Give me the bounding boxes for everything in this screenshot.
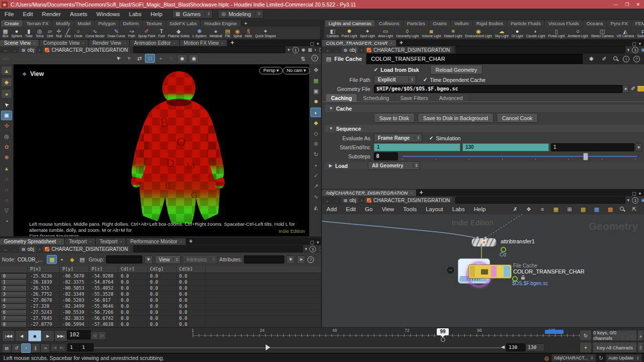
range-end-field[interactable]: 130	[525, 343, 544, 351]
move-tool-icon[interactable]: ⇄	[135, 54, 144, 62]
attributes-filter-icon[interactable]: ▼	[286, 255, 295, 264]
shelf-tool-sphere[interactable]: ●Sphere	[10, 28, 23, 38]
node-name-field[interactable]: COLOR_TRANSFER_CHAR	[367, 54, 583, 64]
table-row[interactable]: 5-27.328-82.3499-55.96460.00.00.0	[0, 303, 322, 309]
path-root-chip[interactable]: ▦ obj	[341, 47, 359, 53]
step-forward-button[interactable]: ▷	[98, 331, 106, 340]
path-field[interactable]	[133, 46, 285, 53]
point-attribs-icon[interactable]: ▩	[47, 255, 56, 263]
row-number[interactable]: 8	[1, 322, 27, 327]
shelf-tool-helix[interactable]: §Helix	[244, 28, 254, 38]
shelf-tab-texture[interactable]: Texture	[143, 20, 166, 27]
shelf-divider[interactable]	[320, 19, 324, 39]
pane-menu-icon[interactable]: ▾	[316, 41, 319, 46]
toggle-small-icon[interactable]: ▪	[311, 161, 321, 169]
shade-prims-icon[interactable]: ◆	[1, 77, 12, 87]
prim-attribs-icon[interactable]: ◆	[67, 255, 76, 263]
row-number[interactable]: 0	[1, 274, 27, 280]
range-inc-input[interactable]: 1	[551, 143, 634, 151]
close-button[interactable]: ✕	[636, 2, 640, 7]
shelf-tab-vellum[interactable]: Vellum	[451, 20, 472, 27]
color-palette-icon[interactable]: ▩	[579, 205, 588, 213]
undo-scrub-icon[interactable]: ↺	[12, 343, 21, 353]
shelf-tool-draw-curve[interactable]: ✎Draw Curve	[106, 28, 127, 38]
shape-palette-icon[interactable]: ▩	[592, 205, 601, 213]
anim-options-icon[interactable]: ▤	[2, 343, 12, 353]
file-path-dropdown[interactable]: Explicit⇕	[374, 75, 416, 84]
shelf-tab-model[interactable]: Model	[74, 20, 94, 27]
shelf-tool-line[interactable]: ╱Line	[63, 28, 72, 38]
path-dropdown-icon[interactable]: ▾	[627, 198, 630, 203]
range-end-grip[interactable]: ◀	[501, 344, 505, 349]
range-slider-grip[interactable]	[266, 344, 270, 350]
column-header-p-z[interactable]: P[z]	[89, 266, 118, 273]
shelf-tab-deform[interactable]: Deform	[120, 20, 142, 27]
network-boxes-icon[interactable]: ▩	[606, 205, 615, 213]
shelf-tool-point-light[interactable]: ✹Point Light	[340, 28, 359, 38]
select-objects-mode-icon[interactable]: ▲	[2, 164, 12, 172]
viewport-view-menu[interactable]: ❖ View	[22, 70, 44, 77]
motion-blur-icon[interactable]: ∿	[311, 193, 321, 201]
sequence-section-header[interactable]: ▼Sequence	[325, 125, 644, 132]
floating-panel-icon[interactable]: ▫	[156, 54, 165, 62]
nav-forward-icon[interactable]: →	[334, 198, 339, 203]
path-field[interactable]	[133, 245, 303, 252]
pane-tab-render-view[interactable]: Render View•	[89, 40, 130, 46]
file-cache-node[interactable]	[469, 265, 511, 278]
shelf-tool-spiral[interactable]: ◉Spiral	[232, 28, 244, 38]
table-row[interactable]: 0-25.9236-80.5078-54.92880.00.00.0	[0, 273, 322, 279]
sheet-help-icon[interactable]: ?	[307, 256, 314, 263]
stop-button[interactable]: ■	[28, 330, 41, 341]
table-row[interactable]: 7-27.7845-82.3835-56.67420.00.00.0	[0, 315, 322, 321]
net-menu-layout[interactable]: Layout	[421, 206, 448, 212]
menu-edit[interactable]: Edit	[19, 11, 38, 17]
row-number[interactable]: 3	[1, 292, 27, 298]
path-root-chip[interactable]: ▦ obj	[19, 246, 37, 252]
minimize-button[interactable]: —	[613, 2, 618, 7]
pane-split-icon[interactable]: ▢	[632, 41, 636, 46]
validate-geo-icon[interactable]: ✓	[311, 171, 321, 180]
shelf-tab-polygon[interactable]: Polygon	[95, 20, 119, 27]
follow-icon[interactable]: ◉	[641, 198, 644, 203]
nav-back-icon[interactable]: ←	[4, 246, 9, 252]
dopesheet-icon[interactable]: ⊸	[40, 343, 50, 353]
select-detail-icon[interactable]: ❋	[2, 153, 12, 162]
find-node-icon[interactable]	[619, 206, 625, 212]
step-back-button[interactable]: ◁	[91, 331, 99, 340]
intrinsics-dropdown[interactable]: Intrinsics⇕	[183, 255, 217, 264]
pane-menu-icon[interactable]: ▾	[638, 191, 641, 196]
add-pane-tab[interactable]: +	[396, 39, 406, 46]
context-modeling-dropdown[interactable]: ◎ Modeling ⇕	[218, 10, 263, 19]
net-menu-help[interactable]: Help	[469, 206, 491, 212]
pane-split-icon[interactable]: ▢	[632, 191, 636, 196]
substeps-slider-track[interactable]	[403, 156, 637, 157]
pin-icon[interactable]: ➤	[297, 255, 305, 264]
row-number[interactable]: 7	[1, 316, 27, 322]
shelf-tool-distant-light[interactable]: ✳Distant Light	[442, 28, 463, 38]
network-pane-tab[interactable]: /obj/CHARACTER_DISINTEGRATION•	[322, 190, 416, 196]
net-menu-add[interactable]: Add	[322, 206, 341, 212]
playhead-marker[interactable]	[441, 337, 445, 342]
shelf-tool-file[interactable]: ▤File	[223, 28, 231, 38]
pane-tab-scene-view[interactable]: Scene View•	[0, 40, 39, 46]
material-shading-icon[interactable]: ◇	[311, 129, 321, 138]
cache-section-header[interactable]: ▼Cache	[325, 105, 644, 112]
next-key-button[interactable]: ▶|	[58, 343, 66, 352]
range-start-input[interactable]: 1	[374, 143, 460, 151]
tile-view-icon[interactable]: ⊞	[565, 205, 574, 213]
snap-prim-magnet-icon[interactable]: ∩	[2, 185, 12, 194]
table-row[interactable]: 4-27.0678-80.5203-56.0170.00.00.0	[0, 297, 322, 303]
grid-snap-icon[interactable]: ▦	[551, 205, 560, 213]
column-header-cd-r[interactable]: Cd[r]	[118, 266, 147, 273]
file-cache-name-label[interactable]: COLOR_TRANSFER_CHAR	[513, 268, 585, 275]
column-header-cd-g[interactable]: Cd[g]	[147, 266, 177, 273]
table-row[interactable]: 1-26.1839-82.3375-54.87640.00.00.0	[0, 279, 322, 285]
realtime-toggle-icon[interactable]: ◔	[21, 343, 31, 353]
vertex-attribs-icon[interactable]: ▪	[57, 255, 66, 263]
range-menu-icon[interactable]: ▾	[635, 143, 642, 151]
shelf-tool-sky-light[interactable]: ☁Sky Light	[494, 28, 510, 38]
group-filter-icon[interactable]: ▼	[144, 255, 153, 264]
path-root-chip[interactable]: ▦ obj	[19, 47, 37, 53]
select-mode-icon[interactable]: ➤	[112, 52, 124, 64]
network-tools-icon[interactable]: ✗	[511, 205, 520, 213]
